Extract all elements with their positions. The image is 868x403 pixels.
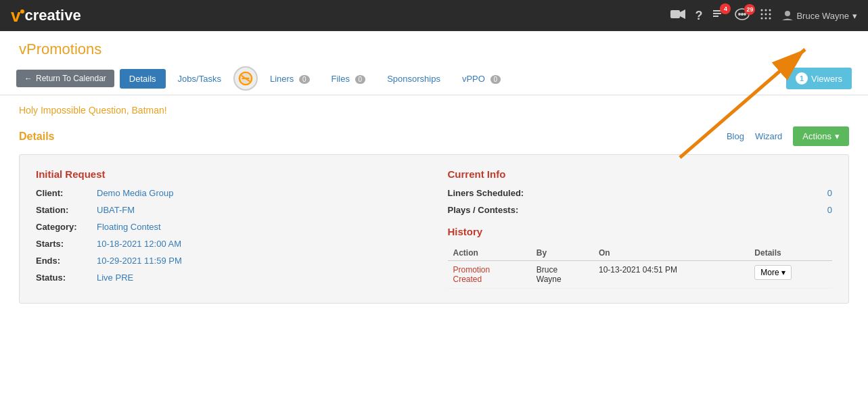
- help-icon[interactable]: ?: [695, 9, 702, 23]
- tab-jobs-tasks[interactable]: Jobs/Tasks: [168, 69, 231, 89]
- content: Holy Impossible Question, Batman! Detail…: [0, 95, 868, 313]
- status-row: Status: Live PRE: [36, 272, 421, 283]
- blog-button[interactable]: Blog: [727, 131, 744, 141]
- notifications-icon[interactable]: 4: [712, 7, 725, 24]
- svg-marker-1: [680, 9, 685, 19]
- svg-point-15: [761, 17, 763, 19]
- tab-vppo-count: 0: [490, 75, 501, 84]
- tab-liners-label: Liners: [270, 74, 294, 84]
- topnav: vcreative ? 4 29 Bruce Wayne ▾: [0, 0, 868, 31]
- col-action: Action: [448, 245, 531, 261]
- ends-label: Ends:: [36, 256, 97, 266]
- tab-icon-no-entry[interactable]: [233, 66, 258, 91]
- viewers-button[interactable]: 1 Viewers: [786, 68, 852, 89]
- tabbar: ← Return To Calendar Details Jobs/Tasks …: [0, 62, 868, 95]
- logo-creative: creative: [24, 7, 81, 24]
- col-on: On: [593, 245, 749, 261]
- logo-area: vcreative: [11, 5, 81, 26]
- history-section: History Action By On Details Pro: [448, 226, 833, 289]
- tab-vppo[interactable]: vPPO 0: [453, 69, 510, 89]
- svg-point-13: [765, 13, 767, 15]
- messages-badge: 29: [744, 4, 755, 15]
- status-value: Live PRE: [97, 272, 133, 283]
- subheader: vPromotions: [0, 31, 868, 62]
- user-name: Bruce Wayne: [796, 11, 849, 21]
- client-label: Client:: [36, 188, 97, 198]
- action-text: PromotionCreated: [453, 265, 490, 284]
- right-column: Current Info Liners Scheduled: 0 Plays /…: [448, 168, 833, 289]
- col-by: By: [531, 245, 593, 261]
- tab-sponsorships[interactable]: Sponsorships: [378, 69, 450, 89]
- wizard-button[interactable]: Wizard: [755, 131, 782, 141]
- actions-label: Actions: [802, 131, 831, 141]
- liners-value: 0: [827, 188, 832, 198]
- tab-details[interactable]: Details: [120, 69, 166, 89]
- plays-label: Plays / Contests:: [448, 205, 519, 215]
- tab-liners[interactable]: Liners 0: [260, 69, 319, 89]
- svg-point-11: [769, 9, 771, 11]
- svg-point-10: [765, 9, 767, 11]
- tab-jobs-tasks-label: Jobs/Tasks: [178, 74, 221, 84]
- svg-point-7: [741, 13, 743, 14]
- tab-sponsorships-label: Sponsorships: [387, 74, 440, 84]
- category-value: Floating Contest: [97, 222, 161, 232]
- plays-row: Plays / Contests: 0: [448, 205, 833, 215]
- status-label: Status:: [36, 272, 97, 283]
- return-label: Return To Calendar: [36, 74, 106, 83]
- ends-row: Ends: 10-29-2021 11:59 PM: [36, 256, 421, 266]
- details-actions: Blog Wizard Actions ▾: [727, 126, 849, 146]
- svg-point-18: [785, 11, 790, 16]
- video-icon[interactable]: [670, 9, 685, 23]
- info-grid: Initial Request Client: Demo Media Group…: [19, 154, 849, 304]
- messages-icon[interactable]: 29: [735, 8, 750, 24]
- history-title: History: [448, 226, 833, 237]
- more-button[interactable]: More ▾: [754, 265, 791, 280]
- return-arrow-icon: ←: [24, 74, 32, 83]
- logo[interactable]: vcreative: [11, 5, 81, 26]
- liners-label: Liners Scheduled:: [448, 188, 524, 198]
- svg-point-16: [765, 17, 767, 19]
- starts-label: Starts:: [36, 239, 97, 249]
- table-row: PromotionCreated BruceWayne 10-13-2021 0…: [448, 261, 833, 289]
- actions-button[interactable]: Actions ▾: [793, 126, 849, 146]
- station-label: Station:: [36, 205, 97, 215]
- tab-files[interactable]: Files 0: [322, 69, 375, 89]
- category-row: Category: Floating Contest: [36, 222, 421, 232]
- tab-liners-count: 0: [299, 75, 310, 84]
- history-by: BruceWayne: [531, 261, 593, 289]
- client-value: Demo Media Group: [97, 188, 173, 198]
- actions-chevron-icon: ▾: [835, 131, 840, 141]
- svg-point-6: [739, 13, 740, 14]
- page-title: vPromotions: [19, 41, 849, 58]
- notifications-badge: 4: [720, 3, 731, 14]
- tab-files-label: Files: [332, 74, 350, 84]
- station-value: UBAT-FM: [97, 205, 135, 215]
- viewers-count: 1: [796, 72, 808, 85]
- holy-text: Holy Impossible Question, Batman!: [19, 105, 849, 116]
- history-table: Action By On Details PromotionCreated Br…: [448, 245, 833, 289]
- svg-rect-0: [670, 10, 680, 18]
- svg-rect-4: [713, 16, 718, 17]
- svg-point-14: [769, 13, 771, 15]
- more-label: More: [760, 268, 779, 277]
- client-row: Client: Demo Media Group: [36, 188, 421, 198]
- starts-value: 10-18-2021 12:00 AM: [97, 239, 181, 249]
- grid-icon[interactable]: [759, 7, 773, 24]
- return-to-calendar-button[interactable]: ← Return To Calendar: [16, 70, 114, 87]
- station-row: Station: UBAT-FM: [36, 205, 421, 215]
- logo-v: v: [11, 5, 20, 26]
- history-details: More ▾: [749, 261, 832, 289]
- starts-row: Starts: 10-18-2021 12:00 AM: [36, 239, 421, 249]
- tab-vppo-label: vPPO: [462, 74, 485, 84]
- details-section-title: Details: [19, 131, 54, 143]
- initial-request-section: Initial Request Client: Demo Media Group…: [36, 168, 421, 289]
- user-menu[interactable]: Bruce Wayne ▾: [782, 10, 857, 21]
- tab-details-label: Details: [129, 74, 156, 84]
- svg-point-12: [761, 13, 763, 15]
- initial-request-title: Initial Request: [36, 168, 421, 180]
- topnav-right: ? 4 29 Bruce Wayne ▾: [670, 7, 857, 24]
- ends-value: 10-29-2021 11:59 PM: [97, 256, 182, 266]
- tab-files-count: 0: [355, 75, 366, 84]
- current-info-title: Current Info: [448, 168, 833, 180]
- more-chevron-icon: ▾: [781, 268, 785, 277]
